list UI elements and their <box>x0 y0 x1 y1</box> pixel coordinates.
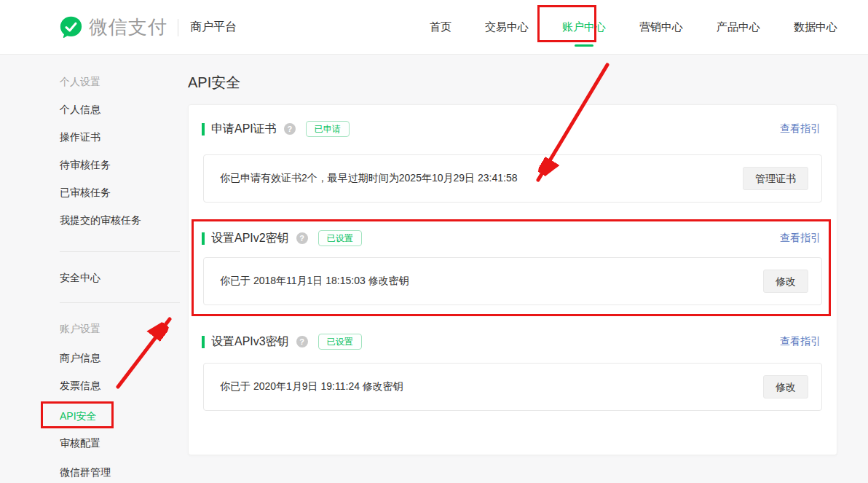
top-header: 微信支付 商户平台 首页 交易中心 账户中心 营销中心 产品中心 数据中心 <box>0 0 868 55</box>
brand-separator <box>178 19 178 36</box>
top-navigation: 首页 交易中心 账户中心 营销中心 产品中心 数据中心 <box>430 0 837 55</box>
sidebar-item-invoice-info[interactable]: 发票信息 <box>60 379 100 392</box>
section-apiv3-key-header: 设置APIv3密钥 ? 已设置 查看指引 <box>202 331 821 352</box>
modify-apiv3-key-button[interactable]: 修改 <box>763 375 808 399</box>
section-api-certificate-header: 申请API证书 ? 已申请 查看指引 <box>202 119 821 139</box>
view-guide-link[interactable]: 查看指引 <box>780 122 821 136</box>
section-title: 设置APIv3密钥 <box>211 334 289 350</box>
help-icon[interactable]: ? <box>296 336 308 347</box>
sidebar-divider <box>60 251 180 252</box>
section-marker <box>202 336 205 348</box>
view-guide-link[interactable]: 查看指引 <box>780 335 821 348</box>
nav-item-data-center[interactable]: 数据中心 <box>794 15 837 40</box>
help-icon[interactable]: ? <box>296 232 308 244</box>
manage-certificate-button[interactable]: 管理证书 <box>743 167 808 191</box>
sidebar-item-merchant-info[interactable]: 商户信息 <box>60 351 100 364</box>
section-apiv2-key-header: 设置APIv2密钥 ? 已设置 查看指引 <box>202 228 821 248</box>
wechat-pay-icon <box>60 16 82 39</box>
sidebar-item-review-config[interactable]: 审核配置 <box>60 436 100 449</box>
nav-item-home[interactable]: 首页 <box>430 15 451 40</box>
view-guide-link[interactable]: 查看指引 <box>780 232 821 245</box>
apiv3-key-status-text: 你已于 2020年1月9日 19:11:24 修改密钥 <box>220 380 403 393</box>
section-title: 设置APIv2密钥 <box>211 231 289 246</box>
certificate-status-text: 你已申请有效证书2个，最早过期时间为2025年10月29日 23:41:58 <box>220 172 517 185</box>
modify-apiv2-key-button[interactable]: 修改 <box>763 270 808 294</box>
api-security-card: 申请API证书 ? 已申请 查看指引 你已申请有效证书2个，最早过期时间为202… <box>188 104 837 455</box>
sidebar-item-operation-cert[interactable]: 操作证书 <box>60 130 100 144</box>
sidebar-item-pending-review[interactable]: 待审核任务 <box>60 158 111 171</box>
sidebar-item-my-submitted-tasks[interactable]: 我提交的审核任务 <box>60 213 141 227</box>
portal-title: 商户平台 <box>190 20 237 35</box>
page-title: API安全 <box>188 73 240 93</box>
apiv2-key-info-box: 你已于 2018年11月1日 18:15:03 修改密钥 修改 <box>203 257 822 305</box>
apiv2-key-status-text: 你已于 2018年11月1日 18:15:03 修改密钥 <box>220 275 409 288</box>
nav-item-transaction-center[interactable]: 交易中心 <box>485 15 529 40</box>
status-badge: 已申请 <box>306 121 350 137</box>
status-badge: 已设置 <box>318 334 362 350</box>
brand-area: 微信支付 商户平台 <box>60 0 237 55</box>
sidebar-header-personal-settings: 个人设置 <box>60 75 100 88</box>
sidebar-header-account-settings: 账户设置 <box>60 322 100 335</box>
nav-item-product-center[interactable]: 产品中心 <box>717 15 760 40</box>
section-title: 申请API证书 <box>211 122 277 137</box>
help-icon[interactable]: ? <box>284 123 296 135</box>
sidebar: 个人设置 个人信息 操作证书 待审核任务 已审核任务 我提交的审核任务 安全中心… <box>60 55 180 483</box>
sidebar-item-wechat-group-mgmt[interactable]: 微信群管理 <box>60 466 111 479</box>
sidebar-divider <box>60 302 180 303</box>
brand-logo-text: 微信支付 <box>89 15 167 40</box>
apiv3-key-info-box: 你已于 2020年1月9日 19:11:24 修改密钥 修改 <box>203 363 822 411</box>
nav-item-marketing-center[interactable]: 营销中心 <box>639 15 683 40</box>
api-certificate-info-box: 你已申请有效证书2个，最早过期时间为2025年10月29日 23:41:58 管… <box>203 154 822 203</box>
sidebar-item-api-security[interactable]: API安全 <box>60 409 97 423</box>
sidebar-item-security-center[interactable]: 安全中心 <box>60 271 100 284</box>
sidebar-item-personal-info[interactable]: 个人信息 <box>60 103 100 116</box>
nav-item-account-center[interactable]: 账户中心 <box>562 15 606 40</box>
status-badge: 已设置 <box>318 230 362 246</box>
section-marker <box>202 123 205 136</box>
sidebar-item-reviewed-tasks[interactable]: 已审核任务 <box>60 186 111 199</box>
section-marker <box>202 232 205 245</box>
